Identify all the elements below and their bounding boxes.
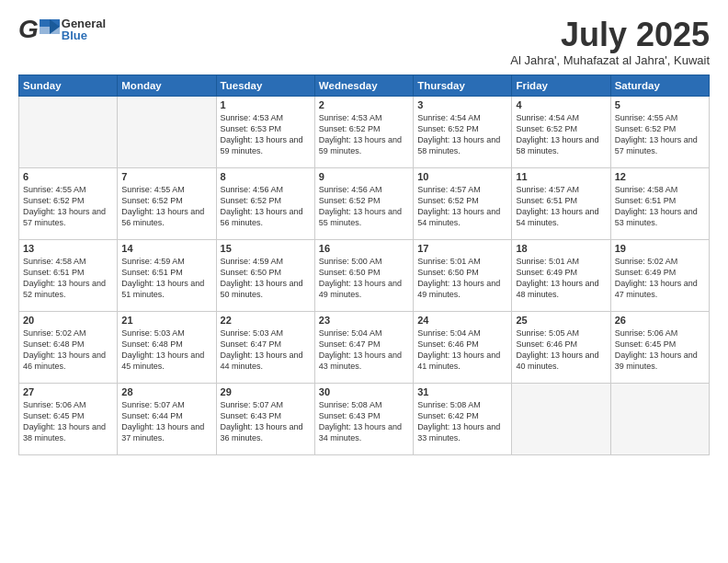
- logo-flag-icon: [40, 19, 60, 34]
- cell-info: Sunrise: 4:57 AM Sunset: 6:51 PM Dayligh…: [516, 184, 606, 229]
- calendar-cell: 5Sunrise: 4:55 AM Sunset: 6:52 PM Daylig…: [610, 96, 709, 167]
- calendar-cell: 10Sunrise: 4:57 AM Sunset: 6:52 PM Dayli…: [414, 167, 512, 239]
- day-number: 25: [516, 315, 606, 326]
- calendar-week-row: 13Sunrise: 4:58 AM Sunset: 6:51 PM Dayli…: [19, 239, 710, 311]
- day-number: 20: [23, 315, 113, 326]
- cell-info: Sunrise: 5:03 AM Sunset: 6:47 PM Dayligh…: [221, 327, 311, 373]
- logo-text-block: General Blue: [62, 17, 106, 41]
- calendar-cell: 15Sunrise: 4:59 AM Sunset: 6:50 PM Dayli…: [216, 239, 314, 311]
- calendar-cell: 19Sunrise: 5:02 AM Sunset: 6:49 PM Dayli…: [610, 239, 709, 311]
- cell-info: Sunrise: 4:54 AM Sunset: 6:52 PM Dayligh…: [516, 112, 606, 157]
- calendar-cell: 9Sunrise: 4:56 AM Sunset: 6:52 PM Daylig…: [314, 167, 413, 239]
- cell-info: Sunrise: 5:01 AM Sunset: 6:49 PM Dayligh…: [516, 256, 606, 301]
- day-number: 26: [615, 315, 705, 326]
- cell-info: Sunrise: 5:04 AM Sunset: 6:46 PM Dayligh…: [417, 327, 507, 373]
- location-subtitle: Al Jahra', Muhafazat al Jahra', Kuwait: [510, 53, 710, 67]
- day-header-sunday: Sunday: [19, 75, 118, 96]
- day-header-monday: Monday: [118, 75, 216, 96]
- cell-info: Sunrise: 4:55 AM Sunset: 6:52 PM Dayligh…: [615, 112, 705, 157]
- day-number: 15: [221, 243, 311, 254]
- calendar-cell: 20Sunrise: 5:02 AM Sunset: 6:48 PM Dayli…: [19, 311, 118, 383]
- cell-info: Sunrise: 5:05 AM Sunset: 6:46 PM Dayligh…: [516, 327, 606, 373]
- cell-info: Sunrise: 5:00 AM Sunset: 6:50 PM Dayligh…: [319, 256, 409, 301]
- calendar-cell: [610, 383, 709, 454]
- calendar-cell: 7Sunrise: 4:55 AM Sunset: 6:52 PM Daylig…: [118, 167, 216, 239]
- day-number: 19: [615, 243, 705, 254]
- cell-info: Sunrise: 5:06 AM Sunset: 6:45 PM Dayligh…: [615, 327, 705, 373]
- cell-info: Sunrise: 4:53 AM Sunset: 6:53 PM Dayligh…: [221, 112, 311, 157]
- day-number: 18: [516, 243, 606, 254]
- cell-info: Sunrise: 5:03 AM Sunset: 6:48 PM Dayligh…: [121, 327, 211, 373]
- day-header-thursday: Thursday: [414, 75, 512, 96]
- day-number: 10: [417, 171, 507, 182]
- calendar-cell: 2Sunrise: 4:53 AM Sunset: 6:52 PM Daylig…: [314, 96, 413, 167]
- cell-info: Sunrise: 4:59 AM Sunset: 6:50 PM Dayligh…: [221, 256, 311, 301]
- day-number: 11: [516, 171, 606, 182]
- day-number: 7: [121, 171, 211, 182]
- calendar-table: SundayMondayTuesdayWednesdayThursdayFrid…: [18, 75, 710, 455]
- calendar-page: G General Blue July 2025 Al Jahra', Muha…: [0, 0, 728, 563]
- day-number: 24: [417, 315, 507, 326]
- calendar-cell: 31Sunrise: 5:08 AM Sunset: 6:42 PM Dayli…: [414, 383, 512, 454]
- cell-info: Sunrise: 4:55 AM Sunset: 6:52 PM Dayligh…: [121, 184, 211, 229]
- cell-info: Sunrise: 4:59 AM Sunset: 6:51 PM Dayligh…: [121, 256, 211, 301]
- calendar-cell: [512, 383, 610, 454]
- day-number: 29: [221, 386, 311, 397]
- day-number: 17: [417, 243, 507, 254]
- calendar-week-row: 1Sunrise: 4:53 AM Sunset: 6:53 PM Daylig…: [19, 96, 710, 167]
- day-number: 30: [319, 386, 409, 397]
- cell-info: Sunrise: 4:54 AM Sunset: 6:52 PM Dayligh…: [417, 112, 507, 157]
- logo-blue-text: Blue: [62, 29, 106, 41]
- cell-info: Sunrise: 4:56 AM Sunset: 6:52 PM Dayligh…: [319, 184, 409, 229]
- day-number: 4: [516, 99, 606, 110]
- calendar-cell: 28Sunrise: 5:07 AM Sunset: 6:44 PM Dayli…: [118, 383, 216, 454]
- calendar-cell: 22Sunrise: 5:03 AM Sunset: 6:47 PM Dayli…: [216, 311, 314, 383]
- logo: G General Blue: [18, 17, 106, 42]
- calendar-cell: 17Sunrise: 5:01 AM Sunset: 6:50 PM Dayli…: [414, 239, 512, 311]
- day-number: 8: [221, 171, 311, 182]
- day-number: 28: [121, 386, 211, 397]
- header: G General Blue July 2025 Al Jahra', Muha…: [18, 17, 710, 67]
- day-number: 13: [23, 243, 113, 254]
- calendar-cell: 21Sunrise: 5:03 AM Sunset: 6:48 PM Dayli…: [118, 311, 216, 383]
- calendar-cell: 29Sunrise: 5:07 AM Sunset: 6:43 PM Dayli…: [216, 383, 314, 454]
- title-area: July 2025 Al Jahra', Muhafazat al Jahra'…: [510, 17, 710, 67]
- day-header-saturday: Saturday: [610, 75, 709, 96]
- calendar-cell: 30Sunrise: 5:08 AM Sunset: 6:43 PM Dayli…: [314, 383, 413, 454]
- cell-info: Sunrise: 5:07 AM Sunset: 6:44 PM Dayligh…: [121, 399, 211, 444]
- day-number: 21: [121, 315, 211, 326]
- day-number: 1: [221, 99, 311, 110]
- calendar-cell: 11Sunrise: 4:57 AM Sunset: 6:51 PM Dayli…: [512, 167, 610, 239]
- cell-info: Sunrise: 4:56 AM Sunset: 6:52 PM Dayligh…: [221, 184, 311, 229]
- calendar-week-row: 27Sunrise: 5:06 AM Sunset: 6:45 PM Dayli…: [19, 383, 710, 454]
- calendar-cell: 1Sunrise: 4:53 AM Sunset: 6:53 PM Daylig…: [216, 96, 314, 167]
- calendar-cell: 18Sunrise: 5:01 AM Sunset: 6:49 PM Dayli…: [512, 239, 610, 311]
- cell-info: Sunrise: 4:58 AM Sunset: 6:51 PM Dayligh…: [23, 256, 113, 301]
- logo-g-letter: G: [18, 17, 39, 42]
- cell-info: Sunrise: 4:53 AM Sunset: 6:52 PM Dayligh…: [319, 112, 409, 157]
- calendar-cell: [19, 96, 118, 167]
- day-number: 23: [319, 315, 409, 326]
- day-header-friday: Friday: [512, 75, 610, 96]
- calendar-cell: 4Sunrise: 4:54 AM Sunset: 6:52 PM Daylig…: [512, 96, 610, 167]
- day-number: 2: [319, 99, 409, 110]
- calendar-cell: 27Sunrise: 5:06 AM Sunset: 6:45 PM Dayli…: [19, 383, 118, 454]
- calendar-cell: 12Sunrise: 4:58 AM Sunset: 6:51 PM Dayli…: [610, 167, 709, 239]
- calendar-header-row: SundayMondayTuesdayWednesdayThursdayFrid…: [19, 75, 710, 96]
- calendar-cell: 6Sunrise: 4:55 AM Sunset: 6:52 PM Daylig…: [19, 167, 118, 239]
- calendar-cell: 3Sunrise: 4:54 AM Sunset: 6:52 PM Daylig…: [414, 96, 512, 167]
- day-number: 27: [23, 386, 113, 397]
- cell-info: Sunrise: 5:02 AM Sunset: 6:49 PM Dayligh…: [615, 256, 705, 301]
- cell-info: Sunrise: 5:04 AM Sunset: 6:47 PM Dayligh…: [319, 327, 409, 373]
- calendar-cell: 16Sunrise: 5:00 AM Sunset: 6:50 PM Dayli…: [314, 239, 413, 311]
- cell-info: Sunrise: 4:55 AM Sunset: 6:52 PM Dayligh…: [23, 184, 113, 229]
- day-number: 6: [23, 171, 113, 182]
- day-number: 31: [417, 386, 507, 397]
- day-number: 12: [615, 171, 705, 182]
- day-number: 5: [615, 99, 705, 110]
- calendar-cell: 14Sunrise: 4:59 AM Sunset: 6:51 PM Dayli…: [118, 239, 216, 311]
- day-header-tuesday: Tuesday: [216, 75, 314, 96]
- cell-info: Sunrise: 5:02 AM Sunset: 6:48 PM Dayligh…: [23, 327, 113, 373]
- day-number: 22: [221, 315, 311, 326]
- cell-info: Sunrise: 5:01 AM Sunset: 6:50 PM Dayligh…: [417, 256, 507, 301]
